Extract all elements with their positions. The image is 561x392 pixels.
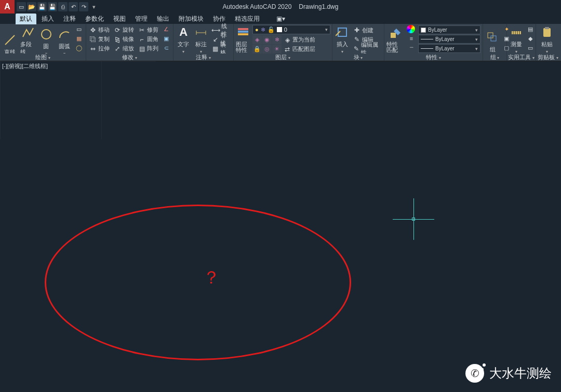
qat-saveas-icon[interactable]: 💾 — [48, 2, 57, 11]
layer-freeze-icon[interactable]: ❄ — [272, 35, 282, 44]
panel-utils-title[interactable]: 实用工具 — [507, 53, 536, 61]
move-button[interactable]: ✥移动 — [88, 25, 111, 34]
layer-state-lock-icon: 🔓 — [268, 26, 275, 33]
linetype-swatch-icon — [421, 48, 433, 49]
qat-new-icon[interactable]: ▭ — [17, 2, 26, 11]
stretch-button[interactable]: ⇔拉伸 — [88, 44, 111, 53]
rotate-button[interactable]: ⟳旋转 — [113, 25, 135, 34]
ellipse-icon[interactable]: ◯ — [74, 44, 84, 52]
qat-save-icon[interactable]: 💾 — [37, 2, 47, 11]
insert-block-button[interactable]: 插入▾ — [335, 25, 350, 54]
pickbox-icon — [412, 218, 415, 221]
array-button[interactable]: ▤阵列 — [137, 44, 159, 53]
panel-modify-title[interactable]: 修改 — [86, 53, 173, 61]
line-button[interactable]: 直线 — [2, 25, 18, 56]
make-current-button[interactable]: ◈置为当前 — [283, 35, 316, 44]
util-select-icon[interactable]: ▭ — [526, 44, 535, 52]
svg-rect-11 — [488, 33, 493, 38]
panel-layers: 图层 特性 ● ❄ 🔓 0 ◈ ◉ ❄ 🔒 ◎ — [234, 24, 332, 61]
match-layer-button[interactable]: ⇄匹配图层 — [283, 45, 316, 53]
mirror-label: 镜像 — [123, 35, 134, 43]
leader-icon: ↙ — [212, 36, 219, 43]
mirror-button[interactable]: ⧎镜像 — [113, 35, 135, 44]
lineweight-combo[interactable]: ByLayer — [418, 35, 480, 44]
panel-clipboard-title[interactable]: 剪贴板 — [536, 53, 560, 61]
linetype-icon[interactable]: ┈ — [407, 43, 416, 52]
tab-manage[interactable]: 管理 — [131, 13, 152, 24]
panel-properties-title[interactable]: 特性 — [384, 53, 483, 61]
util-point-icon[interactable]: ◆ — [526, 34, 535, 43]
panel-annotate-title[interactable]: 注释 — [173, 53, 233, 61]
qat-print-icon[interactable]: ⎙ — [58, 2, 68, 11]
layer-iso-icon[interactable]: ◈ — [252, 35, 262, 44]
explode-icon[interactable]: ▣ — [162, 34, 171, 43]
qat-dropdown-icon[interactable]: ▾ — [92, 4, 96, 10]
tab-output[interactable]: 输出 — [153, 13, 173, 24]
layer-combo[interactable]: ● ❄ 🔓 0 — [252, 25, 330, 34]
offset-icon[interactable]: ⊂ — [162, 44, 171, 52]
util-calc-icon[interactable]: ▤ — [526, 25, 535, 34]
layer-thaw-icon[interactable]: ☀ — [272, 45, 282, 53]
panel-draw: 直线 多段线 圆▾ 圆弧▾ ▭ ▦ ◯ 绘图 — [0, 24, 86, 61]
svg-rect-20 — [0, 61, 156, 139]
qat-undo-icon[interactable]: ↶ — [69, 2, 78, 11]
panel-groups-title[interactable]: 组 — [483, 53, 506, 61]
polyline-button[interactable]: 多段线 — [20, 25, 36, 56]
tab-annotate[interactable]: 注释 — [59, 13, 80, 24]
color-wheel-icon[interactable] — [407, 25, 415, 33]
qat-redo-icon[interactable]: ↷ — [79, 2, 88, 11]
circle-icon — [39, 27, 54, 42]
fillet-button[interactable]: ⌐圆角 — [137, 35, 159, 44]
tab-view[interactable]: 视图 — [109, 13, 130, 24]
tab-default[interactable]: 默认 — [16, 13, 36, 24]
trim-icon: ✂ — [138, 26, 145, 34]
trim-button[interactable]: ✂修剪 — [137, 25, 159, 34]
tab-parametric[interactable]: 参数化 — [81, 13, 108, 24]
text-button[interactable]: A 文字▾ — [176, 25, 191, 54]
layer-off-icon[interactable]: ◉ — [262, 35, 272, 44]
color-combo[interactable]: ByLayer — [418, 25, 480, 34]
matchprop-button[interactable]: 特性 匹配 — [386, 25, 405, 53]
hatch-icon[interactable]: ▦ — [74, 34, 84, 43]
app-logo-icon[interactable]: A — [0, 0, 15, 13]
trim-label: 修剪 — [147, 26, 158, 34]
layer-lock-icon[interactable]: 🔒 — [252, 45, 262, 53]
block-attr-button[interactable]: ✎编辑属性 — [352, 45, 382, 53]
move-icon: ✥ — [89, 26, 97, 34]
arc-icon — [57, 27, 72, 42]
table-button[interactable]: ▦表格 — [211, 45, 231, 53]
text-label: 文字 — [178, 40, 189, 48]
qat-open-icon[interactable]: 📂 — [27, 2, 36, 11]
circle-button[interactable]: 圆▾ — [38, 25, 55, 56]
panel-block: 插入▾ ✚创建 ✎编辑 ✎编辑属性 块 — [332, 24, 384, 61]
tab-featured[interactable]: 精选应用 — [231, 13, 264, 24]
panel-layers-title[interactable]: 图层 — [234, 53, 332, 61]
tab-addins[interactable]: 附加模块 — [175, 13, 208, 24]
viewport-label[interactable]: [-][俯视][二维线框] — [2, 62, 48, 70]
scale-icon: ⤢ — [114, 45, 121, 52]
layer-properties-button[interactable]: 图层 特性 — [236, 25, 250, 53]
panel-block-title[interactable]: 块 — [332, 53, 384, 61]
scale-button[interactable]: ⤢缩放 — [113, 44, 135, 53]
erase-icon[interactable]: ∠ — [162, 25, 171, 34]
layer-color-swatch — [277, 27, 282, 32]
measure-button[interactable]: 测量▾ — [509, 25, 524, 54]
array-label: 阵列 — [147, 45, 158, 52]
panel-draw-title[interactable]: 绘图 — [0, 53, 86, 61]
lineweight-icon[interactable]: ≡ — [407, 34, 416, 43]
arc-button[interactable]: 圆弧▾ — [56, 25, 72, 56]
copy-button[interactable]: ⿻复制 — [88, 35, 111, 44]
draw-extra-col: ▭ ▦ ◯ — [74, 25, 84, 56]
tab-app-menu-icon[interactable]: ▣▾ — [272, 14, 289, 23]
block-create-button[interactable]: ✚创建 — [352, 26, 382, 35]
layer-on-icon[interactable]: ◎ — [262, 45, 272, 53]
linetype-combo[interactable]: ByLayer — [418, 44, 480, 53]
rectangle-icon[interactable]: ▭ — [74, 25, 84, 34]
tab-insert[interactable]: 插入 — [37, 13, 58, 24]
drawing-canvas[interactable]: [-][俯视][二维线框] ？ ✆ 大水牛测绘 — [0, 61, 561, 392]
dimension-button[interactable]: 标注▾ — [193, 25, 209, 54]
paste-icon — [540, 25, 554, 39]
group-button[interactable]: 组 — [485, 25, 500, 53]
window-title: Autodesk AutoCAD 2020 Drawing1.dwg — [223, 3, 339, 10]
paste-button[interactable]: 粘贴▾ — [538, 25, 556, 54]
